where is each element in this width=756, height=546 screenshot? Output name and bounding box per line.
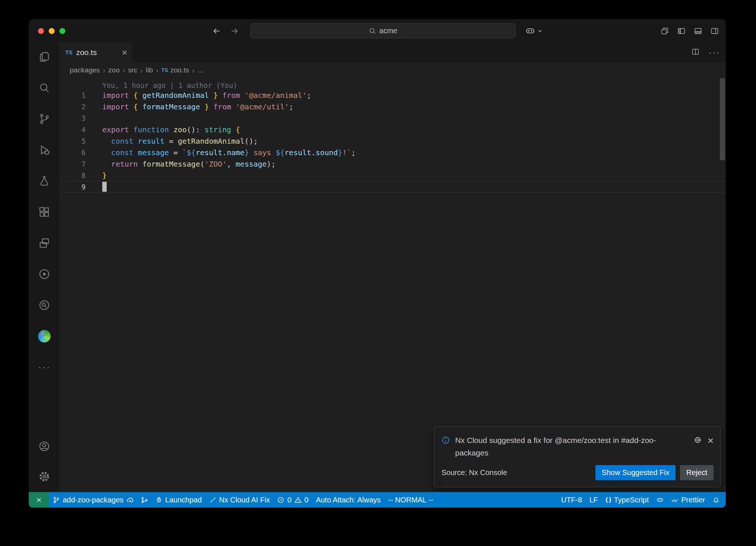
error-icon xyxy=(277,496,284,504)
copilot-menu-button[interactable] xyxy=(525,26,543,36)
code-line-8[interactable]: 8} xyxy=(60,170,726,181)
additional-views-icon[interactable]: ··· xyxy=(35,358,53,376)
code-line-1[interactable]: 1import { getRandomAnimal } from '@acme/… xyxy=(60,89,726,101)
language-mode-button[interactable]: { } TypeScript xyxy=(602,492,652,508)
launchpad-button[interactable]: Launchpad xyxy=(152,492,206,508)
explorer-icon[interactable] xyxy=(35,48,53,66)
split-editor-button[interactable] xyxy=(691,47,700,58)
notifications-bell-button[interactable] xyxy=(709,492,726,508)
code-line-4[interactable]: 4export function zoo(): string { xyxy=(60,124,726,135)
run-debug-icon[interactable] xyxy=(35,141,53,159)
source-control-icon[interactable] xyxy=(35,110,53,128)
typescript-file-icon: TS xyxy=(161,67,168,73)
notification-source: Source: Nx Console xyxy=(441,468,595,477)
line-number[interactable]: 3 xyxy=(60,114,86,122)
line-number[interactable]: 7 xyxy=(60,160,86,168)
settings-gear-icon[interactable] xyxy=(35,468,53,485)
commit-graph-icon xyxy=(141,496,148,504)
tab-bar: TS zoo.ts × ··· xyxy=(60,42,726,62)
search-view-icon[interactable] xyxy=(35,79,53,97)
code-line-5[interactable]: 5 const result = getRandomAnimal(); xyxy=(60,135,726,147)
breadcrumb-item[interactable]: TSzoo.ts xyxy=(161,66,189,74)
line-number[interactable]: 8 xyxy=(60,171,86,180)
line-number[interactable]: 4 xyxy=(60,126,86,134)
panel-bottom-icon xyxy=(694,27,702,35)
auto-attach-button[interactable]: Auto Attach: Always xyxy=(312,492,385,508)
typescript-file-icon: TS xyxy=(65,49,72,55)
remote-explorer-icon[interactable] xyxy=(35,234,53,252)
chevron-right-icon: › xyxy=(140,66,143,75)
breadcrumb-item[interactable]: lib xyxy=(146,66,153,74)
toggle-primary-sidebar-button[interactable] xyxy=(677,27,686,35)
code-lines: You, 1 hour ago | 1 author (You)1import … xyxy=(60,81,726,192)
copilot-status-button[interactable] xyxy=(653,492,667,508)
search-icon xyxy=(369,27,376,35)
testing-icon[interactable] xyxy=(35,172,53,190)
tab-label: zoo.ts xyxy=(76,48,97,57)
vim-block-cursor xyxy=(102,182,107,192)
more-actions-button[interactable]: ··· xyxy=(709,47,720,58)
search-details-icon[interactable] xyxy=(35,296,53,314)
sidebar-left-icon xyxy=(677,27,686,35)
fix-wand-icon xyxy=(209,496,216,504)
code-line-6[interactable]: 6 const message = `${result.name} says $… xyxy=(60,147,726,158)
formatter-button[interactable]: Prettier xyxy=(667,492,709,508)
title-bar: acme xyxy=(29,19,726,42)
chevron-right-icon: › xyxy=(156,66,158,75)
accounts-icon[interactable] xyxy=(35,437,53,455)
notification-message: Nx Cloud suggested a fix for @acme/zoo:t… xyxy=(455,434,688,459)
breadcrumb-item[interactable]: packages xyxy=(70,66,100,74)
editor[interactable]: You, 1 hour ago | 1 author (You)1import … xyxy=(60,78,726,492)
chevron-right-icon: › xyxy=(123,66,125,75)
commit-graph-button[interactable] xyxy=(137,492,152,508)
git-blame-annotation: You, 1 hour ago | 1 author (You) xyxy=(60,81,726,89)
edge-browser-icon[interactable] xyxy=(35,327,53,345)
notification-toast: Nx Cloud suggested a fix for @acme/zoo:t… xyxy=(434,426,721,487)
warning-icon xyxy=(295,496,302,504)
line-number[interactable]: 5 xyxy=(60,137,86,145)
copilot-icon xyxy=(656,496,664,504)
gear-icon xyxy=(694,436,702,444)
braces-icon: { } xyxy=(605,496,611,504)
reject-button[interactable]: Reject xyxy=(680,465,714,480)
line-number[interactable]: 2 xyxy=(60,103,86,111)
breadcrumb-item[interactable]: src xyxy=(128,66,137,74)
notification-close-icon[interactable]: × xyxy=(708,436,714,446)
show-suggested-fix-button[interactable]: Show Suggested Fix xyxy=(595,465,676,480)
error-count: 0 xyxy=(287,496,291,504)
branch-name: add-zoo-packages xyxy=(63,496,124,504)
notification-settings-button[interactable] xyxy=(694,436,702,446)
branch-indicator[interactable]: add-zoo-packages xyxy=(49,492,137,508)
breadcrumbs: packages›zoo›src›lib›TSzoo.ts›... xyxy=(60,62,726,78)
customize-layout-button[interactable] xyxy=(660,27,669,35)
line-number[interactable]: 1 xyxy=(60,91,86,99)
nx-console-icon[interactable] xyxy=(35,265,53,283)
encoding-button[interactable]: UTF-8 xyxy=(557,492,586,508)
nx-cloud-fix-button[interactable]: Nx Cloud AI Fix xyxy=(206,492,274,508)
code-line-7[interactable]: 7 return formatMessage('ZOO', message); xyxy=(60,158,726,170)
editor-scrollbar[interactable] xyxy=(720,78,725,160)
line-number[interactable]: 6 xyxy=(60,149,86,157)
toggle-panel-button[interactable] xyxy=(694,27,702,35)
breadcrumb-item[interactable]: zoo xyxy=(108,66,120,74)
code-line-2[interactable]: 2import { formatMessage } from '@acme/ut… xyxy=(60,101,726,112)
line-number[interactable]: 9 xyxy=(60,183,86,191)
problems-button[interactable]: 0 0 xyxy=(274,492,312,508)
tab-zoo-ts[interactable]: TS zoo.ts × xyxy=(60,42,133,62)
forward-button[interactable] xyxy=(230,26,239,36)
vim-mode-indicator[interactable]: -- NORMAL -- xyxy=(384,492,437,508)
remote-indicator[interactable] xyxy=(29,492,49,508)
activity-bar: ··· xyxy=(29,42,60,492)
eol-button[interactable]: LF xyxy=(586,492,602,508)
tab-close-icon[interactable]: × xyxy=(122,48,127,57)
extensions-icon[interactable] xyxy=(35,203,53,221)
code-line-9[interactable]: 9 xyxy=(60,181,726,192)
code-line-3[interactable]: 3 xyxy=(60,112,726,124)
toggle-secondary-sidebar-button[interactable] xyxy=(710,27,719,35)
breadcrumb-item[interactable]: ... xyxy=(197,66,203,74)
arrow-right-icon xyxy=(230,26,239,36)
back-button[interactable] xyxy=(212,26,221,36)
command-center-search[interactable]: acme xyxy=(250,23,516,38)
chevron-right-icon: › xyxy=(103,66,105,75)
status-bar: add-zoo-packages Launchpad Nx Cloud AI F… xyxy=(29,492,726,508)
